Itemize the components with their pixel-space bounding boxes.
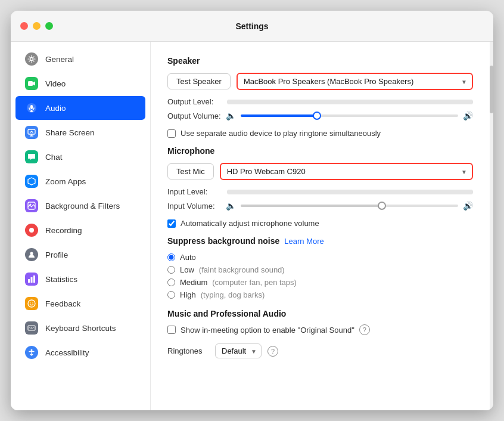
input-level-label: Input Level: (167, 187, 221, 196)
level-seg (276, 100, 300, 104)
level-seg (450, 100, 474, 104)
sidebar-item-bgfilters[interactable]: Background & Filters (15, 194, 145, 218)
svg-point-0 (30, 58, 33, 61)
radio-low-hint: (faint background sound) (199, 265, 285, 274)
level-seg (276, 190, 300, 194)
output-volume-thumb[interactable] (313, 112, 321, 120)
sidebar-item-recording[interactable]: Recording (15, 218, 145, 242)
radio-high[interactable] (167, 291, 175, 299)
close-button[interactable] (20, 22, 28, 30)
sidebar-item-label-general: General (45, 55, 74, 64)
radio-low-label: Low (180, 265, 194, 274)
level-seg (400, 100, 424, 104)
radio-medium[interactable] (167, 278, 175, 286)
output-level-label: Output Level: (167, 97, 221, 106)
ringtones-select[interactable]: Default (215, 343, 262, 358)
output-level-bar (227, 100, 473, 104)
learn-more-link[interactable]: Learn More (284, 237, 323, 246)
ringtones-label: Ringtones (167, 346, 209, 355)
radio-medium-hint: (computer fan, pen taps) (212, 278, 297, 287)
sidebar-item-label-keyboard: Keyboard Shortcuts (45, 324, 116, 333)
sidebar-item-label-recording: Recording (45, 226, 82, 235)
svg-rect-14 (28, 279, 30, 283)
window-title: Settings (235, 21, 268, 31)
radio-high-label: High (180, 290, 196, 299)
sidebar: General Video Audio (11, 42, 151, 410)
zoomapps-icon (25, 175, 38, 188)
suppress-radio-group: Auto Low (faint background sound) Medium… (167, 253, 473, 299)
output-volume-row: Output Volume: 🔈 🔊 (167, 111, 473, 120)
input-volume-slider[interactable] (241, 205, 458, 207)
level-seg (375, 190, 399, 194)
level-seg (326, 100, 350, 104)
radio-low[interactable] (167, 266, 175, 274)
sidebar-item-chat[interactable]: Chat (15, 145, 145, 169)
original-sound-help-icon[interactable]: ? (359, 324, 370, 335)
sidebar-item-profile[interactable]: Profile (15, 243, 145, 267)
sidebar-item-sharescreen[interactable]: Share Screen (15, 120, 145, 144)
sidebar-item-keyboard[interactable]: Keyboard Shortcuts (15, 316, 145, 340)
sidebar-item-label-profile: Profile (45, 250, 68, 259)
output-volume-label: Output Volume: (167, 112, 221, 120)
sidebar-item-general[interactable]: General (15, 47, 145, 71)
scrollbar-thumb[interactable] (490, 66, 493, 113)
recording-icon (25, 224, 38, 237)
radio-auto-row: Auto (167, 253, 473, 262)
svg-rect-6 (28, 129, 35, 134)
svg-point-13 (30, 252, 33, 255)
speaker-select-wrapper: MacBook Pro Speakers (MacBook Pro Speake… (237, 73, 473, 90)
ringtones-select-wrapper: Default (215, 343, 262, 358)
separate-device-checkbox[interactable] (167, 129, 176, 138)
output-volume-slider[interactable] (241, 114, 458, 117)
level-seg (252, 190, 276, 194)
sidebar-item-accessibility[interactable]: Accessibility (15, 340, 145, 364)
microphone-section-title: Microphone (167, 146, 473, 156)
speaker-select[interactable]: MacBook Pro Speakers (MacBook Pro Speake… (237, 73, 473, 90)
maximize-button[interactable] (45, 22, 53, 30)
input-volume-thumb[interactable] (378, 202, 386, 210)
level-seg (351, 100, 375, 104)
video-icon (25, 77, 38, 90)
radio-medium-label: Medium (180, 278, 207, 287)
level-seg (400, 190, 424, 194)
input-level-bar (227, 190, 473, 194)
level-seg (326, 190, 350, 194)
suppress-section: Suppress background noise Learn More Aut… (167, 236, 473, 299)
svg-rect-3 (30, 105, 33, 109)
speaker-section-title: Speaker (167, 56, 473, 66)
main-content: General Video Audio (11, 42, 493, 410)
test-speaker-button[interactable]: Test Speaker (167, 73, 231, 89)
sidebar-item-video[interactable]: Video (15, 72, 145, 95)
mic-select[interactable]: HD Pro Webcam C920 (220, 163, 473, 180)
minimize-button[interactable] (33, 22, 41, 30)
test-mic-button[interactable]: Test Mic (167, 163, 214, 179)
separate-device-row: Use separate audio device to play ringto… (167, 129, 473, 138)
sidebar-item-audio[interactable]: Audio (15, 96, 145, 120)
svg-rect-16 (33, 275, 35, 283)
mic-control-row: Test Mic HD Pro Webcam C920 (167, 163, 473, 180)
radio-medium-row: Medium (computer fan, pen taps) (167, 278, 473, 287)
sidebar-item-statistics[interactable]: Statistics (15, 267, 145, 291)
level-seg (252, 100, 276, 104)
keyboard-icon (25, 321, 38, 335)
radio-auto[interactable] (167, 253, 175, 261)
input-volume-row: Input Volume: 🔈 🔊 (167, 201, 473, 210)
sidebar-item-feedback[interactable]: Feedback (15, 292, 145, 315)
volume-low-icon: 🔈 (226, 111, 236, 120)
music-audio-title: Music and Professional Audio (167, 309, 473, 318)
original-sound-checkbox[interactable] (167, 326, 176, 334)
level-seg (301, 100, 325, 104)
auto-adjust-label: Automatically adjust microphone volume (181, 219, 319, 228)
level-seg (450, 190, 474, 194)
sidebar-item-zoomapps[interactable]: Zoom Apps (15, 169, 145, 193)
suppress-row: Suppress background noise Learn More (167, 236, 473, 246)
auto-adjust-checkbox[interactable] (167, 219, 176, 228)
traffic-lights (20, 22, 53, 30)
sidebar-item-label-feedback: Feedback (45, 299, 80, 308)
svg-rect-1 (28, 81, 33, 86)
level-seg (351, 190, 375, 194)
ringtones-help-icon[interactable]: ? (267, 346, 278, 357)
radio-high-hint: (typing, dog barks) (201, 290, 265, 299)
speaker-control-row: Test Speaker MacBook Pro Speakers (MacBo… (167, 73, 473, 90)
ringtones-row: Ringtones Default ? (167, 343, 473, 358)
